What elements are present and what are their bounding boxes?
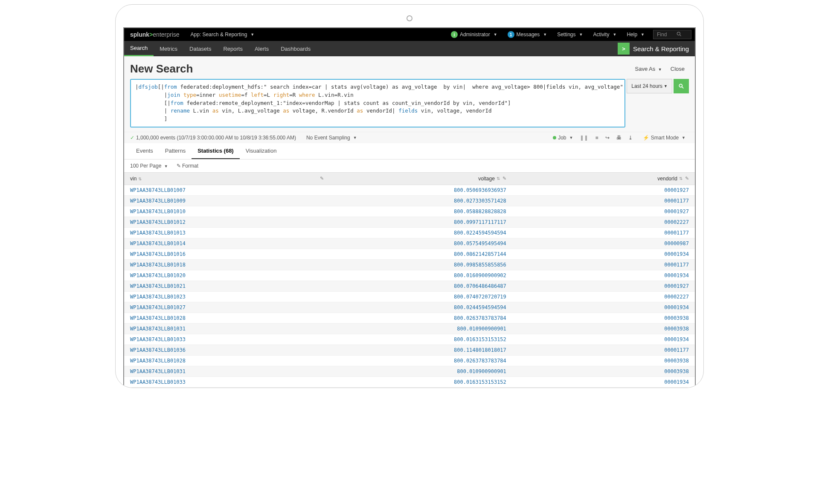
table-row[interactable]: WP1AA38743LLB01031800.010900900901000039… bbox=[124, 366, 695, 377]
column-header-voltage[interactable]: voltage⇅ ✎ bbox=[330, 172, 512, 185]
search-query-input[interactable]: |dfsjob[|from federated:deployment_hdfs:… bbox=[130, 79, 625, 127]
find-input[interactable]: Find bbox=[653, 30, 691, 39]
cell-vin[interactable]: WP1AA38743LLB01021 bbox=[124, 281, 330, 291]
cell-voltage[interactable]: 800.0740720720719 bbox=[330, 291, 512, 302]
cell-vendorid[interactable]: 00001934 bbox=[512, 302, 695, 313]
cell-voltage[interactable]: 800.0997117117117 bbox=[330, 217, 512, 227]
tab-visualization[interactable]: Visualization bbox=[240, 143, 283, 159]
cell-voltage[interactable]: 800.0985855855856 bbox=[330, 259, 512, 270]
cell-vendorid[interactable]: 00001934 bbox=[512, 249, 695, 259]
cell-voltage[interactable]: 800.010900900901 bbox=[330, 366, 512, 377]
cell-voltage[interactable]: 800.0244594594594 bbox=[330, 302, 512, 313]
table-row[interactable]: WP1AA38743LLB01028800.026378378378400003… bbox=[124, 355, 695, 366]
cell-vin[interactable]: WP1AA38743LLB01012 bbox=[124, 217, 330, 227]
cell-vendorid[interactable]: 00003938 bbox=[512, 323, 695, 334]
stop-button[interactable]: ■ bbox=[592, 135, 601, 141]
cell-vendorid[interactable]: 00002227 bbox=[512, 217, 695, 227]
cell-vendorid[interactable]: 00000987 bbox=[512, 238, 695, 249]
save-as-button[interactable]: Save As ▼ bbox=[631, 66, 666, 72]
cell-vendorid[interactable]: 00001927 bbox=[512, 206, 695, 217]
cell-voltage[interactable]: 800.0163153153152 bbox=[330, 334, 512, 345]
settings-menu[interactable]: Settings▼ bbox=[552, 32, 588, 38]
nav-datasets[interactable]: Datasets bbox=[183, 41, 217, 56]
cell-vin[interactable]: WP1AA38743LLB01028 bbox=[124, 313, 330, 323]
cell-vin[interactable]: WP1AA38743LLB01028 bbox=[124, 355, 330, 366]
cell-voltage[interactable]: 800.0160900900902 bbox=[330, 270, 512, 281]
format-button[interactable]: ✎ Format bbox=[177, 163, 198, 169]
share-button[interactable]: ↪ bbox=[602, 135, 613, 141]
cell-vendorid[interactable]: 00003938 bbox=[512, 366, 695, 377]
activity-menu[interactable]: Activity▼ bbox=[588, 32, 622, 38]
event-sampling-menu[interactable]: No Event Sampling ▼ bbox=[303, 135, 360, 141]
cell-vendorid[interactable]: 00001177 bbox=[512, 227, 695, 238]
print-button[interactable]: 🖶 bbox=[613, 135, 625, 141]
cell-voltage[interactable]: 800.0506936936937 bbox=[330, 185, 512, 195]
table-row[interactable]: WP1AA38743LLB01031800.010900900901000039… bbox=[124, 323, 695, 334]
cell-vendorid[interactable]: 00003938 bbox=[512, 355, 695, 366]
pencil-icon[interactable]: ✎ bbox=[685, 176, 689, 181]
cell-vin[interactable]: WP1AA38743LLB01007 bbox=[124, 185, 330, 195]
nav-alerts[interactable]: Alerts bbox=[249, 41, 275, 56]
cell-vendorid[interactable]: 00001177 bbox=[512, 345, 695, 355]
table-row[interactable]: WP1AA38743LLB01027800.024459459459400001… bbox=[124, 302, 695, 313]
cell-vendorid[interactable]: 00001177 bbox=[512, 259, 695, 270]
cell-voltage[interactable]: 800.0263783783784 bbox=[330, 313, 512, 323]
pause-button[interactable]: ❚❚ bbox=[576, 135, 592, 141]
table-row[interactable]: WP1AA38743LLB01016800.086214285714400001… bbox=[124, 249, 695, 259]
cell-vin[interactable]: WP1AA38743LLB01027 bbox=[124, 302, 330, 313]
cell-voltage[interactable]: 800.0588828828828 bbox=[330, 206, 512, 217]
table-row[interactable]: WP1AA38743LLB01033800.016315315315200001… bbox=[124, 334, 695, 345]
cell-voltage[interactable]: 800.010900900901 bbox=[330, 323, 512, 334]
cell-vin[interactable]: WP1AA38743LLB01033 bbox=[124, 377, 330, 387]
search-submit-button[interactable] bbox=[674, 79, 689, 93]
cell-vin[interactable]: WP1AA38743LLB01013 bbox=[124, 227, 330, 238]
cell-vin[interactable]: WP1AA38743LLB01014 bbox=[124, 238, 330, 249]
cell-vendorid[interactable]: 00001934 bbox=[512, 270, 695, 281]
tab-events[interactable]: Events bbox=[130, 143, 159, 159]
tab-statistics[interactable]: Statistics (68) bbox=[192, 143, 240, 159]
cell-voltage[interactable]: 800.0575495495494 bbox=[330, 238, 512, 249]
table-row[interactable]: WP1AA38743LLB01020800.016090090090200001… bbox=[124, 270, 695, 281]
table-row[interactable]: WP1AA38743LLB01023800.074072072071900002… bbox=[124, 291, 695, 302]
cell-vendorid[interactable]: 00001177 bbox=[512, 195, 695, 206]
column-header-vendorid[interactable]: vendorId⇅ ✎ bbox=[512, 172, 695, 185]
nav-metrics[interactable]: Metrics bbox=[154, 41, 183, 56]
table-row[interactable]: WP1AA38743LLB01014800.057549549549400000… bbox=[124, 238, 695, 249]
nav-search[interactable]: Search bbox=[124, 41, 154, 56]
admin-menu[interactable]: i Administrator▼ bbox=[446, 31, 502, 38]
table-row[interactable]: WP1AA38743LLB01012800.099711711711700002… bbox=[124, 217, 695, 227]
help-menu[interactable]: Help▼ bbox=[622, 32, 650, 38]
cell-voltage[interactable]: 800.1148018018017 bbox=[330, 345, 512, 355]
cell-vendorid[interactable]: 00002227 bbox=[512, 291, 695, 302]
cell-vin[interactable]: WP1AA38743LLB01010 bbox=[124, 206, 330, 217]
cell-vendorid[interactable]: 00001934 bbox=[512, 377, 695, 387]
table-row[interactable]: WP1AA38743LLB01010800.058882882882800001… bbox=[124, 206, 695, 217]
cell-vendorid[interactable]: 00001927 bbox=[512, 281, 695, 291]
table-row[interactable]: WP1AA38743LLB01007800.050693693693700001… bbox=[124, 185, 695, 195]
cell-voltage[interactable]: 800.0706486486487 bbox=[330, 281, 512, 291]
pencil-icon[interactable]: ✎ bbox=[502, 176, 506, 181]
job-menu[interactable]: Job ▼ bbox=[549, 135, 576, 141]
app-selector[interactable]: App: Search & Reporting▼ bbox=[186, 32, 260, 38]
export-button[interactable]: ⤓ bbox=[625, 135, 636, 141]
cell-vendorid[interactable]: 00001934 bbox=[512, 334, 695, 345]
cell-vin[interactable]: WP1AA38743LLB01009 bbox=[124, 195, 330, 206]
cell-vin[interactable]: WP1AA38743LLB01018 bbox=[124, 259, 330, 270]
time-range-picker[interactable]: Last 24 hours ▼ bbox=[627, 79, 672, 93]
table-row[interactable]: WP1AA38743LLB01021800.070648648648700001… bbox=[124, 281, 695, 291]
column-header-vin[interactable]: vin⇅ ✎ bbox=[124, 172, 330, 185]
cell-voltage[interactable]: 800.0224594594594 bbox=[330, 227, 512, 238]
cell-voltage[interactable]: 800.0273303571428 bbox=[330, 195, 512, 206]
per-page-selector[interactable]: 100 Per Page ▼ bbox=[130, 163, 168, 169]
nav-dashboards[interactable]: Dashboards bbox=[275, 41, 317, 56]
cell-voltage[interactable]: 800.0163153153152 bbox=[330, 377, 512, 387]
cell-vin[interactable]: WP1AA38743LLB01033 bbox=[124, 334, 330, 345]
table-row[interactable]: WP1AA38743LLB01013800.022459459459400001… bbox=[124, 227, 695, 238]
cell-vendorid[interactable]: 00001927 bbox=[512, 185, 695, 195]
tab-patterns[interactable]: Patterns bbox=[159, 143, 192, 159]
cell-vin[interactable]: WP1AA38743LLB01016 bbox=[124, 249, 330, 259]
cell-vendorid[interactable]: 00003938 bbox=[512, 313, 695, 323]
nav-reports[interactable]: Reports bbox=[217, 41, 249, 56]
messages-menu[interactable]: 1 Messages▼ bbox=[502, 31, 552, 38]
cell-vin[interactable]: WP1AA38743LLB01023 bbox=[124, 291, 330, 302]
